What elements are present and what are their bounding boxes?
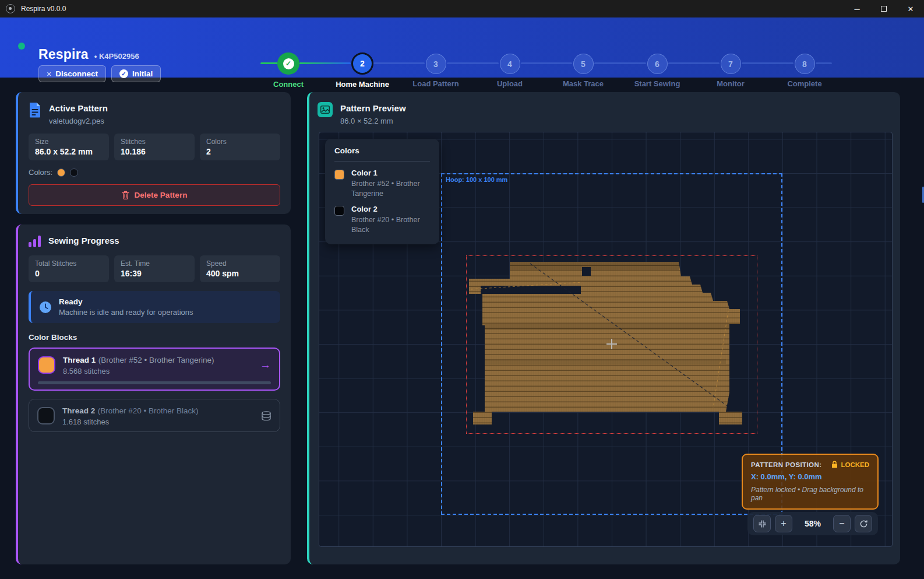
- stat-stitches: Stitches 10.186: [114, 134, 195, 160]
- maximize-icon: [881, 6, 887, 12]
- center-crosshair-icon: [606, 339, 617, 349]
- machine-status-box: Ready Machine is idle and ready for oper…: [29, 291, 280, 323]
- sewing-progress-title: Sewing Progress: [48, 234, 119, 247]
- step-connect-label: Connect: [253, 80, 323, 89]
- step-upload[interactable]: 4 Upload: [475, 52, 545, 88]
- active-pattern-filename: valetudogv2.pes: [49, 117, 108, 125]
- reset-view-button[interactable]: [855, 515, 872, 532]
- clock-icon: [39, 301, 52, 314]
- step-home-machine-number: 2: [351, 52, 373, 75]
- pattern-colors-row: Colors:: [29, 168, 280, 177]
- refresh-icon: [859, 520, 868, 528]
- arrow-right-icon: →: [260, 359, 271, 371]
- bar-chart-icon: [29, 234, 41, 247]
- thread-1-row: Thread 1 (Brother #52 • Brother Tangerin…: [38, 355, 271, 376]
- legend-swatch-2: [334, 206, 344, 216]
- file-icon: [29, 102, 41, 125]
- zoom-out-button[interactable]: −: [833, 515, 851, 532]
- step-complete-label: Complete: [770, 79, 840, 88]
- legend-divider: [334, 161, 430, 162]
- stat-colors: Colors 2: [200, 134, 280, 160]
- step-complete-number: 8: [795, 54, 815, 74]
- pattern-position-overlay: PATTERN POSITION: LOCKED X: 0.0mm, Y: 0.…: [742, 454, 879, 510]
- stat-speed: Speed 400 spm: [200, 255, 280, 282]
- legend-title: Colors: [334, 146, 430, 155]
- active-pattern-header: Active Pattern valetudogv2.pes: [18, 92, 291, 125]
- lock-icon: [831, 461, 838, 468]
- workflow-stepper: ✓ Connect 2 Home Machine 3 Load Pattern …: [0, 17, 924, 78]
- minimize-button[interactable]: ─: [844, 0, 870, 17]
- color-dot-orange: [57, 169, 65, 177]
- legend-swatch-1: [334, 170, 344, 180]
- step-connect[interactable]: ✓ Connect: [253, 52, 323, 89]
- thread-2-row: Thread 2 (Brother #20 • Brother Black) 1…: [37, 405, 271, 426]
- step-load-pattern-label: Load Pattern: [401, 79, 471, 88]
- step-mask-trace-label: Mask Trace: [548, 79, 618, 88]
- machine-status-text: Ready Machine is idle and ready for oper…: [59, 297, 193, 317]
- stat-total-stitches: Total Stitches 0: [29, 255, 109, 282]
- delete-pattern-button[interactable]: Delete Pattern: [29, 184, 280, 206]
- app-icon: [6, 4, 15, 13]
- maximize-button[interactable]: [870, 0, 897, 17]
- zoom-level: 58%: [796, 519, 829, 528]
- step-start-sewing-number: 6: [647, 54, 668, 74]
- step-load-pattern[interactable]: 3 Load Pattern: [401, 52, 471, 88]
- step-home-machine-label: Home Machine: [327, 80, 397, 89]
- status-title: Ready: [59, 297, 193, 306]
- preview-canvas[interactable]: Hoop: 100 x 100 mm: [319, 132, 893, 547]
- step-start-sewing[interactable]: 6 Start Sewing: [622, 52, 692, 88]
- step-complete[interactable]: 8 Complete: [770, 52, 840, 88]
- position-hint: Pattern locked • Drag background to pan: [751, 486, 869, 502]
- delete-pattern-label: Delete Pattern: [135, 191, 188, 199]
- stat-size: Size 86.0 x 52.2 mm: [29, 134, 109, 160]
- window-title: Respira v0.0.0: [21, 5, 66, 13]
- sewing-progress-header: Sewing Progress: [18, 224, 291, 247]
- pattern-preview-title: Pattern Preview: [340, 102, 406, 113]
- thread-2-swatch: [37, 407, 55, 424]
- step-mask-trace[interactable]: 5 Mask Trace: [548, 52, 618, 88]
- zoom-controls: + 58% −: [747, 512, 878, 535]
- pattern-dimensions: 86.0 × 52.2 mm: [340, 117, 406, 125]
- thread-1-swatch: [38, 356, 55, 374]
- titlebar: Respira v0.0.0 ─ ✕: [0, 0, 924, 17]
- sewing-stats: Total Stitches 0 Est. Time 16:39 Speed 4…: [29, 255, 280, 282]
- locked-badge: LOCKED: [831, 461, 869, 468]
- hoop-label: Hoop: 100 x 100 mm: [446, 176, 507, 183]
- zoom-in-button[interactable]: +: [775, 515, 792, 532]
- color-blocks-label: Color Blocks: [29, 333, 280, 342]
- thread-2-text: Thread 2 (Brother #20 • Brother Black) 1…: [62, 405, 199, 426]
- step-monitor-label: Monitor: [696, 79, 766, 88]
- stat-est-time: Est. Time 16:39: [114, 255, 195, 282]
- pattern-preview-header: Pattern Preview 86.0 × 52.2 mm: [309, 92, 900, 125]
- pattern-stats: Size 86.0 x 52.2 mm Stitches 10.186 Colo…: [29, 134, 280, 160]
- color-dot-black: [70, 169, 78, 177]
- position-label: PATTERN POSITION:: [751, 461, 821, 468]
- collapse-arrows-icon: [758, 520, 767, 528]
- layers-stack-icon: [261, 411, 271, 421]
- step-load-pattern-number: 3: [426, 54, 446, 74]
- step-monitor[interactable]: 7 Monitor: [696, 52, 766, 88]
- colors-legend: Colors Color 1 Brother #52 • Brother Tan…: [325, 139, 439, 244]
- image-icon: [318, 102, 333, 117]
- step-connect-check-icon: ✓: [277, 52, 299, 75]
- sewing-progress-card: Sewing Progress Total Stitches 0 Est. Ti…: [16, 224, 291, 564]
- thread-1-text: Thread 1 (Brother #52 • Brother Tangerin…: [63, 355, 214, 376]
- close-button[interactable]: ✕: [897, 0, 924, 17]
- legend-entry-color1: Color 1 Brother #52 • Brother Tangerine: [334, 169, 430, 199]
- legend-entry-color2: Color 2 Brother #20 • Brother Black: [334, 205, 430, 235]
- step-home-machine[interactable]: 2 Home Machine: [327, 52, 397, 89]
- step-upload-number: 4: [500, 54, 520, 74]
- thread-1-card[interactable]: Thread 1 (Brother #52 • Brother Tangerin…: [29, 348, 280, 391]
- app-window: Respira v0.0.0 ─ ✕ Respira • K4P502956 ×…: [0, 0, 924, 579]
- pattern-preview-card: Pattern Preview 86.0 × 52.2 mm Hoop: 100…: [307, 92, 900, 564]
- step-monitor-number: 7: [721, 54, 741, 74]
- step-mask-trace-number: 5: [573, 54, 594, 74]
- fit-to-screen-button[interactable]: [753, 515, 771, 532]
- active-pattern-card: Active Pattern valetudogv2.pes Size 86.0…: [16, 92, 291, 214]
- window-controls: ─ ✕: [844, 0, 924, 17]
- thread-2-card[interactable]: Thread 2 (Brother #20 • Brother Black) 1…: [29, 399, 280, 432]
- thread-1-progress-track: [38, 381, 271, 384]
- pattern-preview-titles: Pattern Preview 86.0 × 52.2 mm: [340, 102, 406, 125]
- active-pattern-titles: Active Pattern valetudogv2.pes: [49, 102, 108, 125]
- step-upload-label: Upload: [475, 79, 545, 88]
